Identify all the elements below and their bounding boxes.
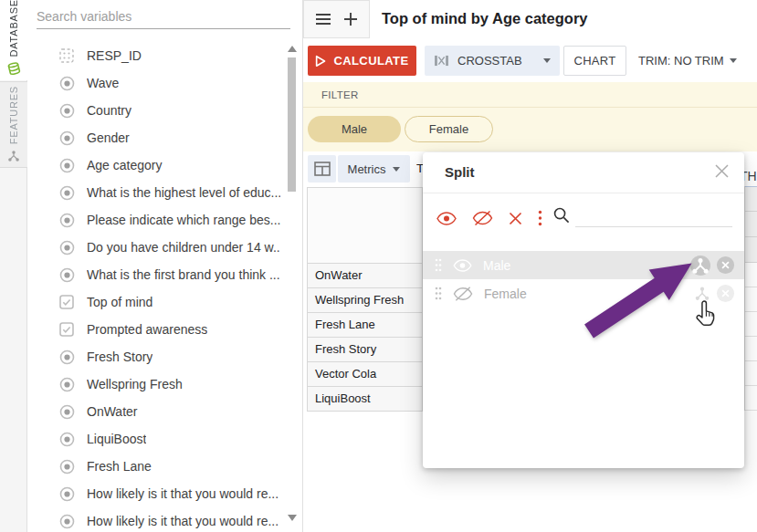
variable-item[interactable]: Wave bbox=[27, 69, 280, 97]
table-row-label: Fresh Lane bbox=[307, 313, 423, 338]
radio-icon bbox=[59, 377, 75, 392]
search-variables-input[interactable] bbox=[37, 5, 290, 29]
filter-chip-female[interactable]: Female bbox=[405, 116, 493, 142]
filter-section-label: FILTER bbox=[321, 89, 359, 100]
variable-label: Do you have children under 14 w... bbox=[87, 240, 280, 255]
plus-icon[interactable] bbox=[343, 12, 358, 26]
variable-item[interactable]: How likely is it that you would re... bbox=[27, 480, 280, 507]
sidebar-tab-database[interactable]: DATABASE bbox=[0, 0, 27, 80]
variable-label: Fresh Lane bbox=[87, 459, 152, 474]
table-header-cell bbox=[307, 187, 423, 264]
variable-item[interactable]: Gender bbox=[27, 124, 280, 151]
kebab-icon[interactable] bbox=[538, 210, 542, 226]
split-icon[interactable] bbox=[689, 255, 711, 276]
chip-label: Female bbox=[429, 122, 468, 136]
variables-scrollbar[interactable] bbox=[287, 44, 297, 523]
hamburger-icon[interactable] bbox=[315, 13, 331, 26]
variable-item[interactable]: Country bbox=[27, 97, 280, 124]
radio-icon bbox=[59, 349, 75, 365]
radio-icon bbox=[59, 514, 75, 529]
filter-section: FILTER Male Female bbox=[303, 82, 757, 151]
variable-label: Age category bbox=[87, 158, 163, 172]
chevron-down-icon[interactable] bbox=[543, 58, 551, 63]
crosstab-grid-edge bbox=[744, 186, 757, 411]
dialog-toolbar bbox=[436, 205, 542, 231]
variable-item[interactable]: Prompted awareness bbox=[27, 316, 280, 343]
split-search-input[interactable] bbox=[575, 203, 732, 227]
drag-handle-icon[interactable] bbox=[435, 258, 442, 272]
radio-icon bbox=[59, 404, 75, 420]
chart-button[interactable]: CHART bbox=[563, 46, 626, 76]
variable-item[interactable]: Age category bbox=[27, 151, 280, 179]
metrics-dropdown[interactable]: Metrics bbox=[338, 155, 410, 183]
chevron-down-icon bbox=[730, 58, 737, 63]
scroll-up-icon[interactable] bbox=[288, 46, 297, 52]
variable-item[interactable]: Please indicate which range bes... bbox=[27, 206, 280, 234]
eye-icon[interactable] bbox=[453, 259, 472, 272]
split-icon[interactable] bbox=[693, 285, 711, 303]
trim-label: TRIM: NO TRIM bbox=[638, 54, 724, 68]
report-tabbox bbox=[303, 0, 370, 38]
radio-icon bbox=[59, 240, 75, 256]
variable-item[interactable]: Top of mind bbox=[27, 288, 280, 316]
grid-body-cell bbox=[745, 312, 757, 337]
variable-label: OnWater bbox=[87, 404, 138, 419]
scroll-down-icon[interactable] bbox=[288, 515, 297, 521]
eye-icon[interactable] bbox=[436, 212, 457, 225]
variable-item[interactable]: Wellspring Fresh bbox=[27, 370, 280, 398]
radio-icon bbox=[59, 267, 75, 283]
chevron-down-icon bbox=[393, 167, 400, 172]
dialog-search bbox=[552, 203, 735, 227]
split-dialog: Split MaleFemale bbox=[423, 152, 744, 468]
split-item-row[interactable]: Male bbox=[423, 251, 744, 279]
variable-item[interactable]: Fresh Lane bbox=[27, 453, 280, 480]
chip-label: Male bbox=[342, 122, 367, 136]
grid-body-cell bbox=[745, 386, 757, 411]
table-row-label: OnWater bbox=[307, 264, 423, 288]
trim-dropdown[interactable]: TRIM: NO TRIM bbox=[638, 46, 737, 76]
calculate-button[interactable]: CALCULATE bbox=[308, 46, 416, 76]
variable-item[interactable]: Do you have children under 14 w... bbox=[27, 234, 280, 261]
variable-label: LiquiBoost bbox=[87, 432, 146, 446]
dialog-divider bbox=[423, 193, 744, 193]
metrics-label: Metrics bbox=[348, 162, 386, 176]
page-title: Top of mind by Age category bbox=[382, 10, 588, 27]
features-icon bbox=[7, 150, 20, 162]
variable-label: Fresh Story bbox=[87, 349, 152, 364]
variable-label: What is the first brand you think ... bbox=[87, 267, 280, 282]
database-icon bbox=[7, 62, 21, 76]
variable-label: RESP_ID bbox=[87, 48, 142, 63]
drag-handle-icon[interactable] bbox=[435, 287, 442, 300]
sidebar-tab-features[interactable]: FEATURES bbox=[0, 81, 27, 168]
variable-item[interactable]: OnWater bbox=[27, 398, 280, 425]
close-icon[interactable] bbox=[714, 163, 730, 179]
eye-off-icon[interactable] bbox=[453, 287, 473, 301]
radio-icon bbox=[59, 185, 75, 201]
checkbox-icon bbox=[59, 322, 75, 337]
remove-icon[interactable] bbox=[716, 284, 735, 303]
variable-label: Please indicate which range bes... bbox=[87, 213, 280, 227]
variable-item[interactable]: What is the highest level of educ... bbox=[27, 179, 280, 206]
split-item-row[interactable]: Female bbox=[423, 279, 744, 308]
chart-label: CHART bbox=[573, 54, 615, 68]
variable-item[interactable]: How likely is it that you would re... bbox=[27, 507, 280, 532]
variable-item[interactable]: Fresh Story bbox=[27, 343, 280, 370]
table-layout-button[interactable] bbox=[308, 155, 336, 183]
remove-icon[interactable] bbox=[509, 212, 522, 225]
variables-list: RESP_IDWaveCountryGenderAge categoryWhat… bbox=[27, 42, 280, 532]
remove-icon[interactable] bbox=[716, 256, 735, 275]
grid-header-cell bbox=[745, 186, 757, 212]
split-item-label: Female bbox=[484, 287, 527, 301]
variable-item[interactable]: What is the first brand you think ... bbox=[27, 261, 280, 288]
eye-off-icon[interactable] bbox=[472, 211, 493, 225]
split-item-label: Male bbox=[483, 258, 510, 273]
variable-label: How likely is it that you would re... bbox=[87, 486, 279, 501]
filter-chip-male[interactable]: Male bbox=[308, 116, 401, 142]
table-row-label: LiquiBoost bbox=[307, 387, 423, 412]
crosstab-button[interactable]: CROSSTAB bbox=[425, 46, 560, 76]
scrollbar-thumb[interactable] bbox=[288, 57, 296, 192]
variable-item[interactable]: RESP_ID bbox=[27, 42, 280, 69]
variable-item[interactable]: LiquiBoost bbox=[27, 425, 280, 453]
play-icon bbox=[315, 55, 326, 68]
database-tab-label: DATABASE bbox=[8, 0, 19, 57]
